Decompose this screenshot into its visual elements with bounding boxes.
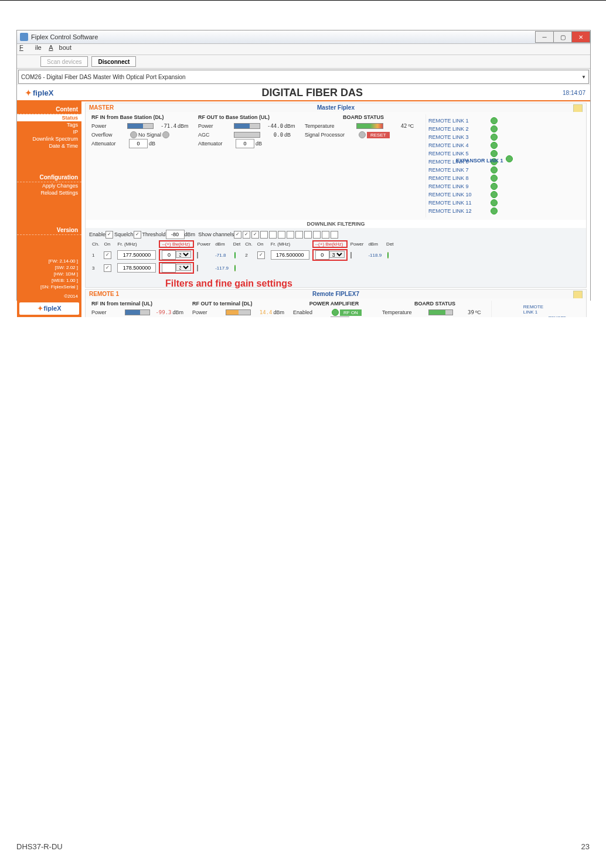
remote-right-col: REMOTE LINK 1 REMOTE MASTER Frequency Sy… [491,301,573,317]
annotation-text: Filters and fine gain settings [165,278,590,289]
remote-link[interactable]: REMOTE LINK 7 [428,166,499,174]
app-icon [20,33,28,41]
remote-link[interactable]: REMOTE LINK 8 [428,174,499,182]
remote-link[interactable]: REMOTE LINK 12 [428,207,499,215]
version-block: [FW: 2.14-00 ][SW: 2.02 ][HW: 1DM ][WEB:… [17,256,81,292]
remote-panel-title: REMOTE 1 Remote FIPLEX7 [86,290,586,298]
app-header: fipleX DIGITAL FIBER DAS 18:14:07 [17,85,590,101]
scan-devices-button[interactable]: Scan devices [40,56,88,67]
att-input[interactable] [331,316,349,317]
remote-link[interactable]: REMOTE LINK 3 [428,133,499,141]
sidebar-logo: fipleX [19,302,79,315]
att-input[interactable] [236,139,254,148]
menu-bar: File About [17,44,590,55]
toolbar: Scan devices Disconnect [17,55,590,69]
page-title: DIGITAL FIBER DAS [262,87,363,99]
menu-file[interactable]: File [19,44,42,51]
close-button[interactable]: ✕ [571,31,590,43]
master-panel-title: MASTER Master Fiplex [86,103,586,112]
expansor-link[interactable]: EXPANSOR LINK 1 [456,155,514,164]
reset-button[interactable]: RESET [367,132,390,138]
filter-table: Ch.OnFr. (MHz)--(+) Bw(kHz)PowerdBmDet C… [89,239,397,275]
clock: 18:14:07 [563,90,585,96]
sidebar-item-tags[interactable]: Tags [17,121,81,128]
app-window: Fiplex Control Software ─ ▢ ✕ File About… [16,30,591,301]
threshold-input[interactable] [166,230,185,239]
sidebar-item-ip[interactable]: IP [17,128,81,135]
remote-link[interactable]: REMOTE LINK 4 [428,141,499,149]
maximize-button[interactable]: ▢ [553,31,572,43]
disconnect-button[interactable]: Disconnect [91,56,136,67]
copyright: ©2014 [17,292,81,300]
remote-link[interactable]: REMOTE LINK 1 [428,117,499,125]
window-titlebar: Fiplex Control Software ─ ▢ ✕ [17,30,590,44]
sidebar-config-hdr: Configuration [17,173,81,182]
enable-checkbox[interactable]: ✓ [105,231,113,239]
logo: fipleX [25,88,53,97]
sidebar-content-hdr: Content [17,105,81,114]
window-title-text: Fiplex Control Software [31,33,98,40]
remote-link[interactable]: REMOTE LINK 11 [428,199,499,207]
show-ch-checkbox[interactable]: ✓ [234,231,241,239]
master-panel: MASTER Master Fiplex RF IN from Base Sta… [85,103,587,288]
sidebar-item-status[interactable]: Status [17,114,81,121]
sidebar-item-apply[interactable]: Apply Changes [17,182,81,189]
overflow-led [130,131,137,138]
remote-link[interactable]: REMOTE LINK 9 [428,182,499,190]
remote-link[interactable]: REMOTE LINK 10 [428,190,499,199]
page-number: 23 [581,842,590,851]
squelch-checkbox[interactable]: ✓ [134,231,141,239]
doc-id: DHS37-R-DU [16,842,63,851]
sidebar-item-dlspectrum[interactable]: Downlink Spectrum [17,135,81,142]
rf-on-button[interactable]: RF ON [340,309,362,316]
remote-links-col: REMOTE LINK 1 REMOTE LINK 2 REMOTE LINK … [425,114,501,217]
remote-panel: REMOTE 1 Remote FIPLEX7 RF IN from termi… [85,289,587,317]
sidebar-item-datetime[interactable]: Date & Time [17,142,81,149]
minimize-button[interactable]: ─ [535,31,554,43]
page-footer: DHS37-R-DU 23 [16,842,590,851]
att-input[interactable] [129,139,148,148]
remote-link[interactable]: REMOTE LINK 2 [428,125,499,133]
sidebar: Content Status Tags IP Downlink Spectrum… [17,101,81,317]
menu-about[interactable]: About [49,44,72,51]
main-panel: MASTER Master Fiplex RF IN from Base Sta… [81,101,590,317]
nosignal-led [162,131,169,138]
com-port-select[interactable]: COM26 - Digital Fiber DAS Master With Op… [18,70,589,84]
sp-led [359,131,366,138]
sidebar-item-reload[interactable]: Reload Settings [17,189,81,196]
sidebar-version-hdr: Version [17,226,81,235]
